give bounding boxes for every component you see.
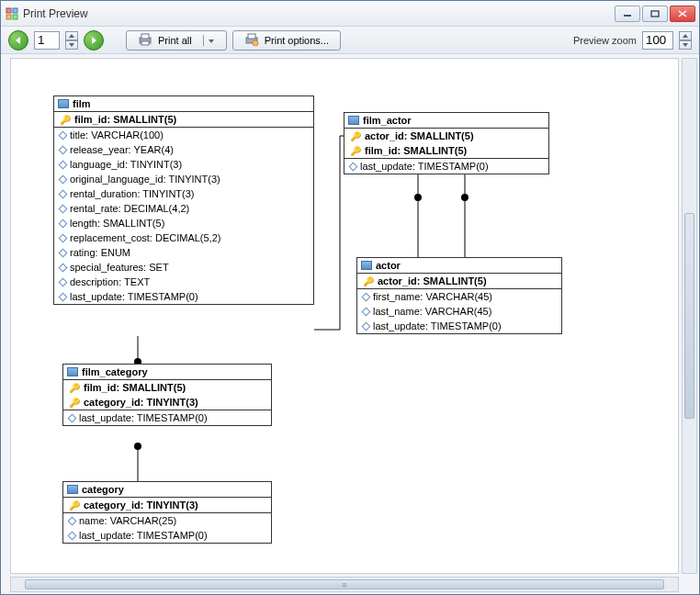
entity-film-actor[interactable]: film_actor 🔑actor_id: SMALLINT(5) 🔑film_… xyxy=(344,112,549,174)
column-row: length: SMALLINT(5) xyxy=(54,216,313,230)
pk-section: 🔑film_id: SMALLINT(5) xyxy=(54,112,313,128)
diamond-icon xyxy=(59,204,68,213)
vertical-scrollbar[interactable] xyxy=(682,58,697,574)
column-row: title: VARCHAR(100) xyxy=(54,128,313,142)
column-row: 🔑actor_id: SMALLINT(5) xyxy=(344,129,548,143)
diamond-icon xyxy=(362,292,371,301)
diamond-icon xyxy=(59,263,68,272)
diamond-icon xyxy=(59,219,68,228)
svg-rect-1 xyxy=(13,8,17,13)
column-row: last_update: TIMESTAMP(0) xyxy=(63,528,271,543)
entity-header: actor xyxy=(357,258,561,274)
page-spinner xyxy=(65,31,78,50)
zoom-down-button[interactable] xyxy=(679,40,692,50)
toolbar: Print all Print options... Preview zoom xyxy=(1,27,699,54)
diamond-icon xyxy=(362,321,371,331)
column-row: name: VARCHAR(25) xyxy=(63,513,271,528)
entity-name: film_category xyxy=(82,366,148,377)
diamond-icon xyxy=(59,160,68,169)
window-title: Print Preview xyxy=(23,7,615,20)
columns-section: name: VARCHAR(25) last_update: TIMESTAMP… xyxy=(63,513,271,543)
scrollbar-thumb[interactable]: ≡ xyxy=(25,579,665,589)
entity-name: category xyxy=(82,484,124,495)
columns-section: title: VARCHAR(100) release_year: YEAR(4… xyxy=(54,128,313,304)
close-button[interactable] xyxy=(670,6,695,22)
entity-category[interactable]: category 🔑category_id: TINYINT(3) name: … xyxy=(62,481,272,544)
entity-name: film xyxy=(73,98,91,109)
entity-actor[interactable]: actor 🔑actor_id: SMALLINT(5) first_name:… xyxy=(356,257,562,334)
column-row: 🔑film_id: SMALLINT(5) xyxy=(54,112,313,127)
table-icon xyxy=(348,116,359,125)
svg-rect-0 xyxy=(6,8,11,13)
entity-header: film_actor xyxy=(344,113,548,129)
columns-section: first_name: VARCHAR(45) last_name: VARCH… xyxy=(357,289,561,333)
prev-page-button[interactable] xyxy=(8,30,28,51)
titlebar: Print Preview xyxy=(1,1,699,27)
column-row: 🔑actor_id: SMALLINT(5) xyxy=(357,274,561,288)
print-options-button[interactable]: Print options... xyxy=(232,30,341,51)
table-icon xyxy=(67,367,78,376)
print-options-label: Print options... xyxy=(265,35,329,46)
entity-name: actor xyxy=(376,260,401,271)
diamond-icon xyxy=(59,130,68,140)
chevron-down-icon xyxy=(203,35,215,46)
diamond-icon xyxy=(349,162,358,171)
column-row: replacement_cost: DECIMAL(5,2) xyxy=(54,230,313,245)
column-row: special_features: SET xyxy=(54,260,313,275)
entity-film-category[interactable]: film_category 🔑film_id: SMALLINT(5) 🔑cat… xyxy=(62,364,272,426)
columns-section: last_update: TIMESTAMP(0) xyxy=(63,410,271,425)
next-page-button[interactable] xyxy=(84,30,104,51)
svg-point-13 xyxy=(253,40,258,46)
svg-rect-9 xyxy=(141,34,149,39)
pk-section: 🔑actor_id: SMALLINT(5) 🔑film_id: SMALLIN… xyxy=(344,129,548,159)
printer-icon xyxy=(138,33,152,48)
column-row: language_id: TINYINT(3) xyxy=(54,157,313,172)
entity-header: film_category xyxy=(63,365,271,380)
svg-rect-10 xyxy=(141,41,149,45)
column-row: 🔑film_id: SMALLINT(5) xyxy=(344,143,548,158)
column-row: first_name: VARCHAR(45) xyxy=(357,289,561,304)
svg-point-19 xyxy=(414,194,422,201)
scrollbar-thumb[interactable] xyxy=(684,213,694,419)
page-number-input[interactable] xyxy=(34,31,60,50)
column-row: description: TEXT xyxy=(54,275,313,289)
diamond-icon xyxy=(59,277,68,286)
column-row: last_update: TIMESTAMP(0) xyxy=(63,410,271,425)
svg-point-20 xyxy=(461,194,469,201)
print-all-button[interactable]: Print all xyxy=(126,30,227,51)
page-down-button[interactable] xyxy=(65,40,78,50)
entity-name: film_actor xyxy=(363,115,412,126)
column-row: release_year: YEAR(4) xyxy=(54,142,313,157)
columns-section: last_update: TIMESTAMP(0) xyxy=(344,159,548,174)
key-icon: 🔑 xyxy=(60,115,71,125)
column-row: last_update: TIMESTAMP(0) xyxy=(54,289,313,304)
key-icon: 🔑 xyxy=(363,276,374,286)
zoom-spinner xyxy=(679,31,692,50)
svg-point-26 xyxy=(134,443,141,450)
zoom-input[interactable] xyxy=(642,31,673,50)
diamond-icon xyxy=(68,531,77,540)
window-buttons xyxy=(615,6,695,22)
app-icon xyxy=(5,6,19,21)
maximize-button[interactable] xyxy=(642,6,668,22)
column-row: original_language_id: TINYINT(3) xyxy=(54,172,313,186)
entity-film[interactable]: film 🔑film_id: SMALLINT(5) title: VARCHA… xyxy=(53,95,314,305)
zoom-label: Preview zoom xyxy=(573,35,637,46)
table-icon xyxy=(58,99,69,108)
page-up-button[interactable] xyxy=(65,31,78,40)
minimize-button[interactable] xyxy=(615,6,640,22)
diamond-icon xyxy=(59,145,68,154)
key-icon: 🔑 xyxy=(69,500,80,511)
printer-options-icon xyxy=(244,33,259,48)
diamond-icon xyxy=(59,174,68,184)
diamond-icon xyxy=(59,233,68,242)
diagram-canvas[interactable]: film 🔑film_id: SMALLINT(5) title: VARCHA… xyxy=(10,58,679,574)
svg-rect-12 xyxy=(248,34,255,39)
horizontal-scrollbar[interactable]: ≡ xyxy=(10,577,679,592)
key-icon: 🔑 xyxy=(350,146,361,156)
column-row: last_update: TIMESTAMP(0) xyxy=(357,319,561,333)
diamond-icon xyxy=(68,413,77,422)
svg-rect-3 xyxy=(13,15,17,19)
entity-header: film xyxy=(54,96,313,112)
zoom-up-button[interactable] xyxy=(679,31,692,40)
